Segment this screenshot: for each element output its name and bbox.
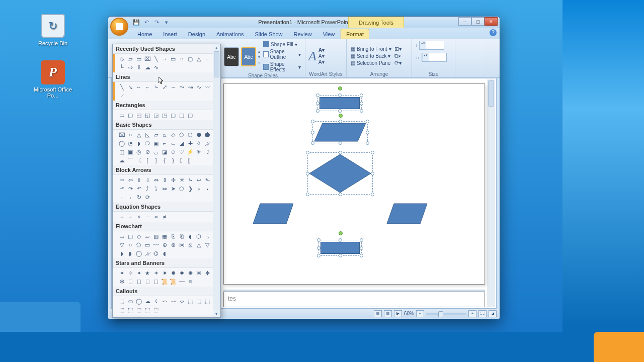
maximize-button[interactable]: ▢ bbox=[471, 17, 485, 26]
scroll-down-icon[interactable]: ▾ bbox=[213, 310, 220, 317]
diamond-icon[interactable]: ◇ bbox=[169, 131, 177, 139]
divide-icon[interactable]: ÷ bbox=[143, 213, 151, 221]
star6-icon[interactable]: ✶ bbox=[152, 269, 160, 277]
rect-icon[interactable]: ▭ bbox=[118, 111, 126, 119]
star12-icon[interactable]: ✺ bbox=[186, 269, 194, 277]
tab-home[interactable]: Home bbox=[132, 29, 157, 39]
shape-downarrow-icon[interactable]: ⇩ bbox=[135, 63, 143, 71]
explosion1-icon[interactable]: ✦ bbox=[118, 269, 126, 277]
qat-save-icon[interactable]: 💾 bbox=[132, 18, 140, 26]
shape-textbox-icon[interactable]: ⌧ bbox=[143, 55, 151, 63]
zoom-percent[interactable]: 60% bbox=[404, 311, 414, 316]
heart-icon[interactable]: ♡ bbox=[178, 148, 186, 156]
notes-pane[interactable]: tes bbox=[223, 292, 485, 307]
view-sorter-icon[interactable]: ▦ bbox=[384, 310, 392, 317]
zoom-in-button[interactable]: + bbox=[468, 310, 476, 317]
callout-cloud-icon[interactable]: ☁ bbox=[143, 297, 151, 305]
fc-multidoc-icon[interactable]: ⎗ bbox=[178, 232, 186, 240]
roundrect-icon[interactable]: ▢ bbox=[126, 111, 134, 119]
tab-design[interactable]: Design bbox=[183, 29, 210, 39]
hexagon-icon[interactable]: ⬡ bbox=[186, 131, 194, 139]
selection-pane-button[interactable]: ▤Selection Pane bbox=[350, 60, 392, 66]
freeform-icon[interactable]: ∿ bbox=[195, 83, 203, 91]
fc-prep-icon[interactable]: ⬡ bbox=[195, 232, 203, 240]
snip2-icon[interactable]: ◱ bbox=[143, 111, 151, 119]
nosymbol-icon[interactable]: ⊘ bbox=[143, 148, 151, 156]
leftrightup-icon[interactable]: ⤧ bbox=[178, 176, 186, 184]
vscroll-icon[interactable]: 📜 bbox=[160, 278, 169, 286]
notequal-icon[interactable]: ≠ bbox=[160, 213, 169, 221]
flowchart-process-shape[interactable] bbox=[319, 97, 360, 109]
halfframe-icon[interactable]: ⌐ bbox=[160, 139, 169, 147]
tab-review[interactable]: Review bbox=[289, 29, 317, 39]
callout-line2-icon[interactable]: ⤺ bbox=[160, 297, 169, 305]
gallery-up-icon[interactable]: ▴ bbox=[258, 49, 260, 54]
elbow-double-icon[interactable]: ⤢ bbox=[160, 83, 169, 91]
callout-border2-icon[interactable]: ⬚ bbox=[135, 306, 143, 314]
callout-accent3-icon[interactable]: ⬚ bbox=[203, 297, 211, 305]
callout-round-icon[interactable]: ⬭ bbox=[126, 297, 134, 305]
callout-oval-icon[interactable]: ◯ bbox=[135, 297, 143, 305]
pentagon-icon[interactable]: ⬠ bbox=[178, 131, 186, 139]
chevron-icon[interactable]: ❯ bbox=[186, 185, 194, 193]
help-button[interactable]: ? bbox=[490, 29, 497, 36]
round1-icon[interactable]: ◳ bbox=[160, 111, 169, 119]
slide-canvas[interactable] bbox=[223, 83, 485, 285]
uturn-icon[interactable]: ↩ bbox=[195, 176, 203, 184]
fc-magnetic-icon[interactable]: ⌭ bbox=[143, 249, 151, 257]
explosion2-icon[interactable]: ✧ bbox=[126, 269, 134, 277]
curve-arrow-icon[interactable]: ⤳ bbox=[178, 83, 186, 91]
shape-parallelogram-icon[interactable]: ▱ bbox=[126, 55, 134, 63]
curvedleft-icon[interactable]: ↶ bbox=[135, 185, 143, 193]
shape-lconnector-icon[interactable]: ⌐ bbox=[203, 55, 211, 63]
notched-icon[interactable]: ➤ bbox=[169, 185, 177, 193]
fc-data-icon[interactable]: ▱ bbox=[143, 232, 151, 240]
callout-line3-icon[interactable]: ⤻ bbox=[169, 297, 177, 305]
fc-stored-icon[interactable]: ◗ bbox=[118, 249, 126, 257]
doublewave-icon[interactable]: ≋ bbox=[186, 278, 194, 286]
oval-icon[interactable]: ○ bbox=[126, 131, 134, 139]
rounddiag-icon[interactable]: ▢ bbox=[178, 111, 186, 119]
fc-sum-icon[interactable]: ⊕ bbox=[160, 241, 169, 249]
lightning-icon[interactable]: ⚡ bbox=[186, 148, 194, 156]
elbow-arrow-icon[interactable]: ⤷ bbox=[152, 83, 160, 91]
shape-oval-icon[interactable]: ○ bbox=[178, 55, 186, 63]
desktop-icon-powerpoint[interactable]: Microsoft Office Po... bbox=[30, 60, 75, 99]
rotate-icon[interactable]: ⟳▾ bbox=[394, 60, 402, 66]
callout-accent1-icon[interactable]: ⬚ bbox=[186, 297, 194, 305]
connector-icon[interactable]: ⟋ bbox=[118, 92, 126, 100]
star16-icon[interactable]: ❋ bbox=[195, 269, 203, 277]
shape-cloud-icon[interactable]: ☁ bbox=[143, 63, 151, 71]
lbracket-icon[interactable]: [ bbox=[143, 156, 151, 164]
parallelogram-icon[interactable]: ▱ bbox=[152, 131, 160, 139]
tab-animations[interactable]: Animations bbox=[211, 29, 249, 39]
curveddown-icon[interactable]: ⤵ bbox=[152, 185, 160, 193]
blockarc-icon[interactable]: ◡ bbox=[152, 148, 160, 156]
pie-icon[interactable]: ◔ bbox=[126, 139, 134, 147]
bent-icon[interactable]: ⤷ bbox=[186, 176, 194, 184]
round2-icon[interactable]: ▢ bbox=[169, 111, 177, 119]
fc-collate-icon[interactable]: ⋈ bbox=[178, 241, 186, 249]
bentup-icon[interactable]: ⬏ bbox=[118, 185, 126, 193]
scroll-up-icon[interactable]: ▴ bbox=[213, 44, 220, 51]
flowchart-data-shape-left[interactable] bbox=[252, 203, 294, 225]
minimize-button[interactable]: ─ bbox=[458, 17, 471, 26]
resize-grip-icon[interactable]: ◢ bbox=[489, 310, 497, 317]
line-arrow-icon[interactable]: ↘ bbox=[126, 83, 134, 91]
callout-accent4-icon[interactable]: ⬚ bbox=[118, 306, 126, 314]
fc-sort-icon[interactable]: ⧖ bbox=[186, 241, 194, 249]
uparrow-icon[interactable]: ⇧ bbox=[135, 176, 143, 184]
diagstripe-icon[interactable]: ◢ bbox=[178, 139, 186, 147]
fc-tape-icon[interactable]: 〰 bbox=[152, 241, 160, 249]
fc-seq-icon[interactable]: ◯ bbox=[135, 249, 143, 257]
desktop-icon-recycle-bin[interactable]: Recycle Bin bbox=[30, 14, 75, 46]
shape-rect-icon[interactable]: ▭ bbox=[135, 55, 143, 63]
curvedup-icon[interactable]: ⤴ bbox=[143, 185, 151, 193]
ribbon-down-icon[interactable]: ⎕ bbox=[135, 278, 143, 286]
rightcallout-icon[interactable]: ⬨ bbox=[195, 185, 203, 193]
star24-icon[interactable]: ✻ bbox=[203, 269, 211, 277]
octagon-icon[interactable]: ⯄ bbox=[203, 131, 211, 139]
office-button[interactable] bbox=[110, 18, 128, 36]
equal-icon[interactable]: ＝ bbox=[152, 213, 160, 221]
multiply-icon[interactable]: × bbox=[135, 213, 143, 221]
